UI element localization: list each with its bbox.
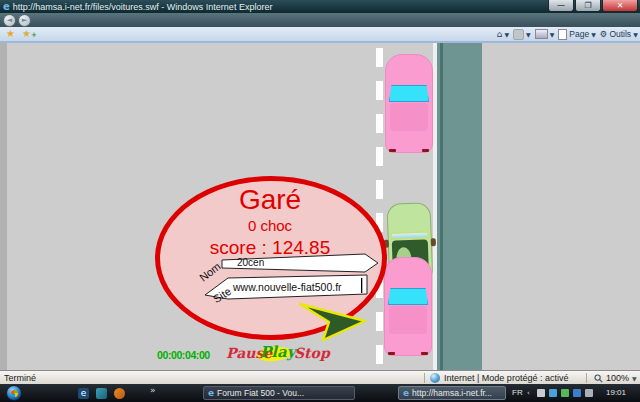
page-menu-button[interactable]: Page▼	[558, 27, 595, 41]
printer-icon	[535, 29, 548, 39]
site-input-value[interactable]: www.nouvelle-fiat500.fr	[232, 281, 342, 293]
text-caret	[361, 278, 362, 293]
chevron-down-icon: ▼	[633, 31, 638, 38]
tail-light	[388, 352, 395, 355]
taskbar-window-button-active[interactable]: e http://hamsa.i-net.fr...	[398, 386, 506, 400]
car-windshield	[390, 231, 428, 239]
language-indicator[interactable]: FR	[512, 384, 523, 402]
network-icon[interactable]	[573, 389, 581, 397]
name-site-form: Nom 20cen Site www.nouvelle-fiat500.fr	[185, 252, 385, 304]
taskbar-window-button[interactable]: e Forum Fiat 500 - Vou...	[203, 386, 355, 400]
zoom-magnifier-icon	[594, 374, 603, 383]
game-choc-count: 0 choc	[158, 217, 382, 234]
car-roof	[389, 306, 427, 334]
status-text: Terminé	[4, 373, 36, 383]
print-button[interactable]: ▼	[535, 27, 555, 41]
close-button[interactable]: ✕	[602, 0, 638, 12]
ie-logo-icon: e	[3, 1, 10, 12]
chevron-down-icon: ▼	[526, 31, 531, 38]
maximize-button[interactable]: ❐	[575, 0, 601, 12]
rss-icon	[513, 29, 524, 40]
favorites-star-icon[interactable]: ★	[6, 28, 15, 39]
tools-menu-button[interactable]: ⚙Outils▼	[600, 27, 638, 41]
status-divider	[424, 373, 425, 383]
chevron-down-icon: ▼	[504, 31, 509, 38]
parked-pink-car-bottom	[384, 257, 432, 356]
nom-input-value[interactable]: 20cen	[237, 257, 264, 268]
car-windshield	[388, 288, 428, 305]
quicklaunch-overflow-chevron-icon[interactable]: »	[150, 385, 156, 395]
zoom-level: 100%	[606, 373, 629, 383]
globe-icon	[430, 373, 440, 383]
sidewalk	[437, 43, 482, 370]
car-mirror	[431, 238, 436, 246]
ie-icon: e	[208, 388, 214, 398]
car-windshield	[389, 85, 429, 102]
update-icon[interactable]	[561, 389, 569, 397]
screen: ehttp://hamsa.i-net.fr/files/voitures.sw…	[0, 0, 640, 402]
submit-arrow-button[interactable]	[295, 302, 373, 346]
game-timer: 00:00:04:00	[157, 349, 210, 361]
taskbar-button-label: http://hamsa.i-net.fr...	[412, 388, 492, 398]
chevron-down-icon: ▼	[632, 375, 637, 382]
page-menu-label: Page	[569, 29, 589, 39]
security-shield-icon[interactable]	[549, 389, 557, 397]
page-icon	[558, 29, 567, 40]
window-title: http://hamsa.i-net.fr/files/voitures.swf…	[13, 2, 273, 12]
chevron-down-icon: ▼	[550, 31, 555, 38]
security-zone-text: Internet | Mode protégé : activé	[444, 373, 568, 383]
ie-icon: e	[403, 388, 409, 398]
speaker-icon[interactable]	[585, 389, 593, 397]
quicklaunch-show-desktop-icon[interactable]	[96, 388, 107, 399]
window-title-bar: ehttp://hamsa.i-net.fr/files/voitures.sw…	[0, 0, 640, 13]
play-button[interactable]: Play	[260, 343, 295, 361]
plus-icon: +	[31, 31, 37, 39]
start-button[interactable]	[6, 385, 22, 401]
windows-flag-icon	[11, 390, 18, 397]
tab-command-bar: ★ ★+ ⌂▼ ▼ ▼ Page▼ ⚙Outils▼ » ehttp://ham…	[0, 27, 640, 43]
car-roof	[390, 103, 428, 131]
arrow-icon	[300, 304, 365, 340]
quicklaunch-media-icon[interactable]	[114, 388, 125, 399]
tray-expand-chevron-icon[interactable]: ‹	[527, 384, 530, 402]
tools-menu-label: Outils	[609, 29, 631, 39]
chevron-down-icon: ▼	[591, 31, 596, 38]
zoom-control[interactable]: 100% ▼	[594, 373, 637, 383]
home-button[interactable]: ⌂▼	[497, 27, 509, 41]
tail-light	[389, 149, 396, 152]
parked-pink-car-top	[385, 54, 433, 153]
volume-icon[interactable]	[537, 389, 545, 397]
nom-label: Nom	[197, 260, 223, 284]
taskbar-button-label: Forum Fiat 500 - Vou...	[217, 388, 304, 398]
status-divider	[586, 373, 587, 383]
quicklaunch-ie-icon[interactable]: e	[78, 388, 89, 399]
back-button[interactable]: ◄	[3, 14, 16, 27]
forward-button[interactable]: ►	[18, 14, 31, 27]
minimize-button[interactable]: —	[548, 0, 574, 12]
page-left-edge	[0, 43, 7, 370]
taskbar: e » e Forum Fiat 500 - Vou... e http://h…	[0, 384, 640, 402]
status-bar: Terminé Internet | Mode protégé : activé…	[0, 370, 640, 384]
tail-light	[421, 352, 428, 355]
sidewalk-line	[440, 43, 443, 370]
add-favorite-icon[interactable]: ★+	[22, 28, 37, 39]
navigation-bar: ◄ ► e ▼ ↻ ✕ ▼	[0, 13, 640, 27]
stop-button[interactable]: Stop	[294, 345, 330, 361]
clock[interactable]: 19:01	[606, 384, 626, 402]
game-result-title: Garé	[158, 184, 382, 216]
feeds-button[interactable]: ▼	[513, 27, 531, 41]
tail-light	[422, 149, 429, 152]
